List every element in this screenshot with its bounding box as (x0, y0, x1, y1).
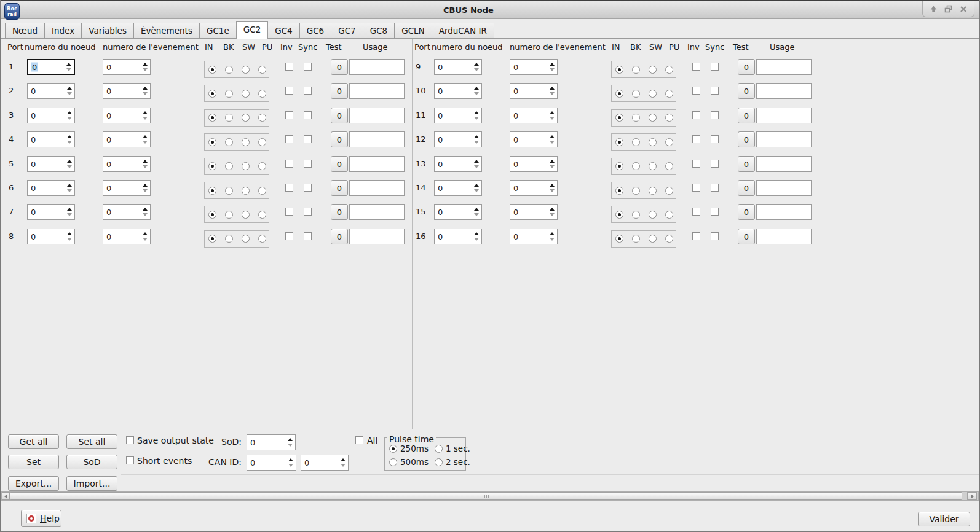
sync-checkbox-port-8[interactable] (304, 232, 312, 240)
inv-checkbox-port-12[interactable] (692, 135, 700, 143)
tab-gcln[interactable]: GCLN (394, 23, 432, 39)
can-id-spinner-2[interactable]: 0 (301, 455, 349, 471)
spinner-down-icon[interactable] (341, 464, 346, 467)
spinner-up-icon[interactable] (474, 160, 479, 163)
usage-input-port-9[interactable] (756, 59, 812, 75)
event-number-spinner-port-10[interactable]: 0 (510, 83, 558, 99)
spinner-down-icon[interactable] (550, 92, 555, 95)
sync-checkbox-port-10[interactable] (711, 87, 719, 95)
maximize-window-icon[interactable] (944, 5, 953, 14)
scroll-right-button[interactable] (967, 492, 977, 500)
inv-checkbox-port-11[interactable] (692, 111, 700, 119)
scroll-left-button[interactable] (2, 492, 10, 500)
test-button-port-5[interactable]: 0 (331, 156, 348, 172)
radio-sw-port-15[interactable] (649, 211, 657, 219)
spinner-up-icon[interactable] (550, 232, 555, 235)
spinner-up-icon[interactable] (550, 208, 555, 211)
test-button-port-9[interactable]: 0 (738, 59, 755, 75)
radio-in-port-15[interactable] (615, 211, 623, 219)
radio-sw-port-11[interactable] (649, 114, 657, 122)
spinner-up-icon[interactable] (550, 87, 555, 90)
node-number-spinner-port-2[interactable]: 0 (27, 83, 75, 99)
radio-in-port-3[interactable] (208, 114, 216, 122)
spinner-down-icon[interactable] (474, 189, 479, 192)
spinner-up-icon[interactable] (474, 208, 479, 211)
radio-pu-port-3[interactable] (258, 114, 266, 122)
test-button-port-7[interactable]: 0 (331, 204, 348, 220)
spinner-up-icon[interactable] (67, 208, 72, 211)
usage-input-port-15[interactable] (756, 204, 812, 220)
radio-sw-port-3[interactable] (242, 114, 250, 122)
radio-pu-port-13[interactable] (665, 162, 673, 170)
sync-checkbox-port-5[interactable] (304, 160, 312, 168)
radio-bk-port-13[interactable] (632, 162, 640, 170)
node-number-spinner-port-9[interactable]: 0 (434, 59, 482, 75)
pulse-1sec-radio[interactable] (435, 445, 443, 453)
spinner-down-icon[interactable] (67, 141, 72, 144)
node-number-spinner-port-16[interactable]: 0 (434, 229, 482, 244)
usage-input-port-1[interactable] (349, 59, 405, 75)
sync-checkbox-port-4[interactable] (304, 135, 312, 143)
radio-sw-port-14[interactable] (649, 187, 657, 195)
spinner-down-icon[interactable] (474, 238, 479, 241)
spinner-up-icon[interactable] (143, 160, 148, 163)
test-button-port-12[interactable]: 0 (738, 131, 755, 147)
help-button[interactable]: Help (21, 510, 61, 527)
sod-spinner[interactable]: 0 (247, 434, 296, 450)
spinner-up-icon[interactable] (143, 111, 148, 114)
node-number-spinner-port-5[interactable]: 0 (27, 156, 75, 172)
event-number-spinner-port-11[interactable]: 0 (510, 108, 558, 123)
radio-pu-port-10[interactable] (665, 90, 673, 98)
sync-checkbox-port-16[interactable] (711, 232, 719, 240)
all-checkbox[interactable] (355, 436, 363, 444)
radio-in-port-10[interactable] (615, 90, 623, 98)
tab-gc6[interactable]: GC6 (299, 23, 331, 39)
node-number-spinner-port-3[interactable]: 0 (27, 108, 75, 123)
radio-pu-port-4[interactable] (258, 138, 266, 146)
spinner-down-icon[interactable] (550, 117, 555, 120)
spinner-down-icon[interactable] (67, 238, 72, 241)
radio-bk-port-3[interactable] (225, 114, 233, 122)
spinner-down-icon[interactable] (143, 165, 148, 168)
spinner-up-icon[interactable] (67, 160, 72, 163)
scrollbar-thumb[interactable] (10, 492, 962, 500)
spinner-down-icon[interactable] (288, 464, 293, 467)
usage-input-port-7[interactable] (349, 204, 405, 220)
spinner-up-icon[interactable] (67, 111, 72, 114)
inv-checkbox-port-4[interactable] (285, 135, 293, 143)
spinner-up-icon[interactable] (143, 135, 148, 138)
inv-checkbox-port-13[interactable] (692, 160, 700, 168)
radio-in-port-5[interactable] (208, 162, 216, 170)
spinner-up-icon[interactable] (66, 63, 71, 66)
usage-input-port-11[interactable] (756, 108, 812, 123)
test-button-port-11[interactable]: 0 (738, 108, 755, 123)
test-button-port-14[interactable]: 0 (738, 180, 755, 196)
spinner-up-icon[interactable] (474, 111, 479, 114)
sync-checkbox-port-2[interactable] (304, 87, 312, 95)
test-button-port-13[interactable]: 0 (738, 156, 755, 172)
radio-sw-port-10[interactable] (649, 90, 657, 98)
spinner-down-icon[interactable] (474, 141, 479, 144)
radio-bk-port-7[interactable] (225, 211, 233, 219)
node-number-spinner-port-11[interactable]: 0 (434, 108, 482, 123)
usage-input-port-12[interactable] (756, 131, 812, 147)
radio-in-port-1[interactable] (208, 66, 216, 74)
test-button-port-8[interactable]: 0 (331, 229, 348, 244)
spinner-up-icon[interactable] (550, 63, 555, 66)
usage-input-port-13[interactable] (756, 156, 812, 172)
radio-bk-port-2[interactable] (225, 90, 233, 98)
usage-input-port-2[interactable] (349, 83, 405, 99)
sync-checkbox-port-7[interactable] (304, 208, 312, 216)
radio-bk-port-14[interactable] (632, 187, 640, 195)
radio-pu-port-16[interactable] (665, 235, 673, 243)
sync-checkbox-port-9[interactable] (711, 63, 719, 71)
usage-input-port-5[interactable] (349, 156, 405, 172)
spinner-up-icon[interactable] (474, 87, 479, 90)
spinner-up-icon[interactable] (143, 232, 148, 235)
event-number-spinner-port-1[interactable]: 0 (103, 59, 151, 75)
tab-arducan-ir[interactable]: ArduCAN IR (432, 23, 494, 39)
spinner-down-icon[interactable] (550, 238, 555, 241)
radio-sw-port-13[interactable] (649, 162, 657, 170)
inv-checkbox-port-16[interactable] (692, 232, 700, 240)
tab-index[interactable]: Index (44, 23, 82, 39)
